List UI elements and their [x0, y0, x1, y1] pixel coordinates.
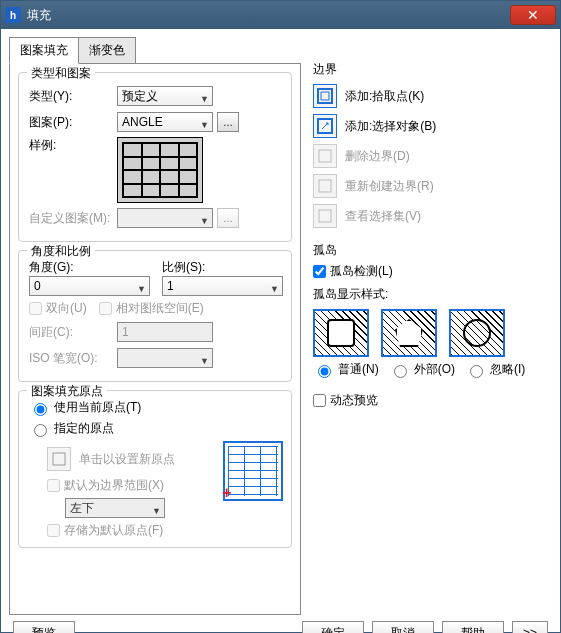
tab-body: 类型和图案 类型(Y): 预定义 图案(P): ANGLE … 样例:: [9, 63, 301, 615]
spacing-input: 1: [117, 322, 213, 342]
group-title: 类型和图案: [27, 65, 95, 82]
sample-label: 样例:: [29, 137, 117, 154]
svg-rect-1: [318, 89, 332, 103]
iso-label: ISO 笔宽(O):: [29, 350, 117, 367]
island-style-normal[interactable]: [313, 309, 369, 357]
svg-rect-4: [319, 180, 331, 192]
use-current-origin-radio[interactable]: 使用当前原点(T): [29, 399, 283, 416]
tab-hatch[interactable]: 图案填充: [9, 37, 79, 64]
recreate-boundary-label: 重新创建边界(R): [345, 178, 434, 195]
angle-label: 角度(G):: [29, 259, 150, 276]
app-icon: h: [5, 7, 21, 23]
paper-space-checkbox: 相对图纸空间(E): [99, 300, 204, 317]
click-new-origin-label: 单击以设置新原点: [79, 451, 175, 468]
delete-boundary-label: 删除边界(D): [345, 148, 410, 165]
islands-title: 孤岛: [313, 242, 552, 259]
default-extents-checkbox: 默认为边界范围(X): [47, 477, 215, 494]
pick-origin-icon: [47, 447, 71, 471]
island-normal-radio[interactable]: 普通(N): [313, 361, 379, 378]
view-selection-icon: [313, 204, 337, 228]
spacing-label: 间距(C):: [29, 324, 117, 341]
cancel-button[interactable]: 取消: [372, 621, 434, 633]
angle-dropdown[interactable]: 0: [29, 276, 150, 296]
group-title: 角度和比例: [27, 243, 95, 260]
custom-pattern-dropdown: [117, 208, 213, 228]
add-pick-point-icon[interactable]: [313, 84, 337, 108]
svg-rect-3: [319, 150, 331, 162]
scale-dropdown[interactable]: 1: [162, 276, 283, 296]
svg-rect-0: [53, 453, 65, 465]
pattern-browse-button[interactable]: …: [217, 112, 239, 132]
store-default-checkbox: 存储为默认原点(F): [47, 522, 215, 539]
island-outer-radio[interactable]: 外部(O): [389, 361, 455, 378]
delete-boundary-icon: [313, 144, 337, 168]
boundary-title: 边界: [313, 61, 552, 78]
ok-button[interactable]: 确定: [302, 621, 364, 633]
custom-pattern-label: 自定义图案(M):: [29, 210, 117, 227]
bidir-checkbox: 双向(U): [29, 300, 87, 317]
titlebar: h 填充 ✕: [1, 1, 560, 29]
group-title: 图案填充原点: [27, 383, 107, 400]
type-dropdown[interactable]: 预定义: [117, 86, 213, 106]
scale-label: 比例(S):: [162, 259, 283, 276]
window-title: 填充: [27, 7, 510, 24]
svg-rect-5: [319, 210, 331, 222]
extent-dropdown: 左下: [65, 498, 165, 518]
pattern-label: 图案(P):: [29, 114, 117, 131]
sample-swatch[interactable]: [117, 137, 203, 203]
group-type-pattern: 类型和图案 类型(Y): 预定义 图案(P): ANGLE … 样例:: [18, 72, 292, 242]
close-button[interactable]: ✕: [510, 5, 556, 25]
custom-browse-button: …: [217, 208, 239, 228]
help-button[interactable]: 帮助: [442, 621, 504, 633]
island-ignore-radio[interactable]: 忽略(I): [465, 361, 525, 378]
specified-origin-radio[interactable]: 指定的原点: [29, 420, 283, 437]
iso-dropdown: [117, 348, 213, 368]
expand-button[interactable]: >>: [512, 621, 548, 633]
preview-button[interactable]: 预览: [13, 621, 75, 633]
group-hatch-origin: 图案填充原点 使用当前原点(T) 指定的原点 单击以设置新原点 默认为边界范围(…: [18, 390, 292, 548]
type-label: 类型(Y):: [29, 88, 117, 105]
dynamic-preview-checkbox[interactable]: 动态预览: [313, 392, 552, 409]
origin-preview-swatch: +: [223, 441, 283, 501]
tab-gradient[interactable]: 渐变色: [78, 37, 136, 64]
group-angle-scale: 角度和比例 角度(G): 0 比例(S): 1: [18, 250, 292, 382]
island-style-label: 孤岛显示样式:: [313, 286, 552, 303]
add-select-object-icon[interactable]: [313, 114, 337, 138]
add-select-object-label[interactable]: 添加:选择对象(B): [345, 118, 436, 135]
island-style-ignore[interactable]: [449, 309, 505, 357]
recreate-boundary-icon: [313, 174, 337, 198]
island-detect-checkbox[interactable]: 孤岛检测(L): [313, 263, 552, 280]
view-selection-label: 查看选择集(V): [345, 208, 421, 225]
pattern-dropdown[interactable]: ANGLE: [117, 112, 213, 132]
add-pick-point-label[interactable]: 添加:拾取点(K): [345, 88, 424, 105]
island-style-outer[interactable]: [381, 309, 437, 357]
